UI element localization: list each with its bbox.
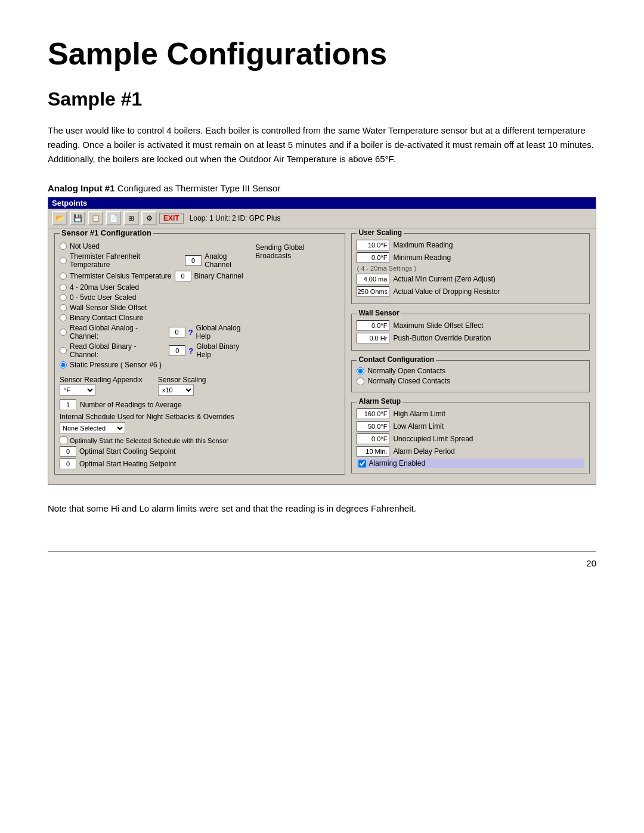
toolbar-table-btn[interactable]: ⊞ — [123, 211, 139, 225]
contact-config-inner: Normally Open Contacts Normally Closed C… — [357, 367, 584, 385]
radio-4-20ma: 4 - 20ma User Scaled — [60, 283, 255, 292]
max-slide-input[interactable] — [357, 320, 389, 331]
optimal-heating-input[interactable] — [60, 459, 76, 469]
alarm-setup-groupbox: Alarm Setup High Alarm Limit Low Alarm L… — [351, 402, 590, 473]
alarming-enabled-label: Alarming Enabled — [369, 459, 425, 467]
actual-val-row: Actual Value of Dropping Resistor — [357, 286, 584, 297]
radio-wall-sensor-label: Wall Sensor Slide Offset — [70, 304, 147, 312]
optimal-start-checkbox[interactable] — [60, 436, 67, 444]
toolbar-save-btn[interactable]: 💾 — [70, 211, 85, 225]
actual-min-input[interactable] — [357, 274, 389, 284]
analog-channel-label: Analog Channel — [205, 252, 255, 269]
max-reading-label: Maximum Reading — [393, 241, 453, 249]
unoccupied-label: Unoccupied Limit Spread — [393, 435, 473, 443]
avg-row: Number of Readings to Average — [60, 400, 340, 410]
scaling-select[interactable]: x10 — [158, 384, 194, 396]
radio-binary-contact-label: Binary Contact Closure — [70, 314, 143, 322]
max-slide-label: Maximum Slide Offset Effect — [393, 321, 483, 330]
radio-static-pressure-label: Static Pressure ( Sensor #6 ) — [70, 361, 162, 369]
radio-binary-contact-input[interactable] — [60, 314, 67, 321]
actual-val-input[interactable] — [357, 286, 389, 297]
delay-row: Alarm Delay Period — [357, 446, 584, 457]
global-binary-channel-input[interactable] — [169, 345, 185, 356]
setpoints-toolbar: 📂 💾 📋 📄 ⊞ ⚙ EXIT Loop: 1 Unit: 2 ID: GPC… — [48, 209, 596, 228]
high-alarm-input[interactable] — [357, 408, 389, 419]
radio-static-pressure: Static Pressure ( Sensor #6 ) — [60, 361, 255, 369]
actual-min-label: Actual Min Current (Zero Adjust) — [393, 275, 495, 283]
setpoints-panel: Setpoints 📂 💾 📋 📄 ⊞ ⚙ EXIT Loop: 1 Unit:… — [48, 197, 596, 485]
optimal-heating-row: Optimal Start Heating Setpoint — [60, 459, 340, 469]
sensor-config-groupbox: Sensor #1 Configuration Not Used — [54, 233, 345, 475]
radio-thermister-f-input[interactable] — [60, 257, 67, 264]
radio-global-analog: Read Global Analog - Channel: ? Global A… — [60, 324, 255, 340]
optimal-start-row: Optimally Start the Selected Schedule wi… — [60, 436, 340, 444]
schedule-select[interactable]: None Selected — [60, 422, 125, 434]
scaling-label: Sensor Scaling — [158, 376, 206, 384]
radio-thermister-f: Thermister Fahrenheit Temperature Analog… — [60, 252, 255, 269]
toolbar-gear-btn[interactable]: ⚙ — [141, 211, 157, 225]
page-number: 20 — [586, 558, 596, 568]
high-alarm-label: High Alarm Limit — [393, 410, 445, 418]
toolbar-loop-info: Loop: 1 Unit: 2 ID: GPC Plus — [190, 214, 281, 222]
min-reading-row: Minimum Reading — [357, 252, 584, 263]
min-reading-input[interactable] — [357, 252, 389, 263]
wall-sensor-groupbox: Wall Sensor Maximum Slide Offset Effect … — [351, 314, 590, 351]
toolbar-copy-btn[interactable]: 📋 — [88, 211, 103, 225]
section-title: Sample #1 — [48, 88, 596, 110]
settings-note: ( 4 - 20ma Settings ) — [357, 265, 584, 272]
unoccupied-input[interactable] — [357, 433, 389, 444]
setpoints-body: Sensor #1 Configuration Not Used — [48, 228, 596, 484]
min-reading-label: Minimum Reading — [393, 253, 451, 262]
radio-thermister-c-input[interactable] — [60, 272, 67, 280]
radio-global-binary-input[interactable] — [60, 347, 67, 354]
global-binary-help-icon[interactable]: ? — [188, 346, 193, 355]
push-button-label: Push-Button Override Duration — [393, 334, 491, 342]
radio-global-binary: Read Global Binary - Channel: ? Global B… — [60, 342, 255, 359]
left-panel: Sensor #1 Configuration Not Used — [54, 233, 345, 479]
global-analog-help-label: Global Analog Help — [196, 324, 256, 340]
toolbar-paste-btn[interactable]: 📄 — [106, 211, 121, 225]
radio-0-5vdc-input[interactable] — [60, 294, 67, 301]
toolbar-open-btn[interactable]: 📂 — [52, 211, 67, 225]
global-analog-help-icon[interactable]: ? — [188, 328, 193, 337]
avg-label: Number of Readings to Average — [80, 401, 182, 409]
high-alarm-row: High Alarm Limit — [357, 408, 584, 419]
radio-global-analog-input[interactable] — [60, 329, 67, 336]
radio-4-20ma-input[interactable] — [60, 284, 67, 291]
appendix-scaling-row: Sensor Reading Appendix °F Sensor Scalin… — [60, 376, 340, 396]
radio-not-used-input[interactable] — [60, 243, 67, 250]
max-reading-input[interactable] — [357, 240, 389, 250]
user-scaling-groupbox: User Scaling Maximum Reading Minimum Rea… — [351, 233, 590, 304]
optimal-cooling-row: Optimal Start Cooling Setpoint — [60, 446, 340, 457]
normally-closed-radio[interactable] — [357, 377, 364, 385]
radio-wall-sensor-input[interactable] — [60, 304, 67, 311]
wall-sensor-inner: Maximum Slide Offset Effect Push-Button … — [357, 320, 584, 343]
schedule-label: Internal Schedule Used for Night Setback… — [60, 413, 340, 421]
page-title: Sample Configurations — [48, 36, 596, 72]
alarm-setup-inner: High Alarm Limit Low Alarm Limit Unoccup… — [357, 408, 584, 468]
normally-open-label: Normally Open Contacts — [367, 367, 445, 375]
radio-static-pressure-input[interactable] — [60, 361, 67, 368]
push-button-row: Push-Button Override Duration — [357, 333, 584, 343]
setpoints-titlebar: Setpoints — [48, 197, 596, 209]
binary-channel-label: Binary Channel — [194, 272, 243, 280]
scaling-group: Sensor Scaling x10 — [158, 376, 206, 396]
sending-global-label: Sending Global Broadcasts — [255, 242, 340, 260]
delay-input[interactable] — [357, 446, 389, 457]
normally-open-radio[interactable] — [357, 367, 364, 375]
normally-open-row: Normally Open Contacts — [357, 367, 584, 375]
sensor-config-box-title: Sensor #1 Configuration — [60, 228, 153, 237]
unoccupied-row: Unoccupied Limit Spread — [357, 433, 584, 444]
push-button-input[interactable] — [357, 333, 389, 343]
optimal-cooling-input[interactable] — [60, 446, 76, 457]
avg-number-input[interactable] — [60, 400, 76, 410]
appendix-select[interactable]: °F — [60, 384, 95, 396]
alarming-enabled-checkbox[interactable] — [358, 460, 366, 467]
analog-channel-input[interactable] — [185, 255, 202, 266]
toolbar-exit-btn[interactable]: EXIT — [159, 213, 184, 224]
max-reading-row: Maximum Reading — [357, 240, 584, 250]
global-analog-channel-input[interactable] — [169, 327, 185, 337]
binary-channel-input[interactable] — [175, 271, 191, 281]
radio-binary-contact: Binary Contact Closure — [60, 314, 255, 322]
low-alarm-input[interactable] — [357, 421, 389, 432]
